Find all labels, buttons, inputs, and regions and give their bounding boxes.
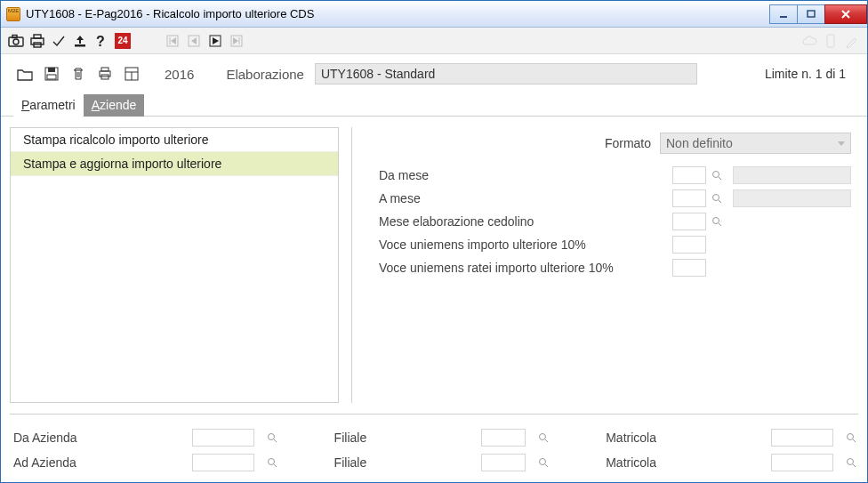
formato-label: Formato [605, 136, 651, 150]
svg-marker-18 [213, 37, 219, 44]
svg-line-49 [545, 464, 548, 467]
form-panel: Formato Non definito Da mese A mese [351, 127, 858, 403]
voce-uni-label: Voce uniemens importo ulteriore 10% [379, 237, 672, 252]
voce-uni-input[interactable] [672, 236, 706, 254]
svg-rect-8 [34, 35, 41, 38]
filiale2-label: Filiale [334, 455, 475, 470]
svg-marker-20 [233, 37, 238, 44]
camera-icon[interactable] [8, 33, 24, 49]
svg-line-45 [853, 439, 856, 442]
voce-uni-ratei-label: Voce uniemens ratei importo ulteriore 10… [379, 261, 672, 275]
window-title: UTY1608 - E-Pag2016 - Ricalcolo importo … [26, 7, 770, 20]
matricola2-label: Matricola [606, 455, 764, 470]
tab-parametri[interactable]: Parametri [13, 94, 84, 117]
svg-line-51 [853, 464, 856, 467]
svg-point-36 [713, 195, 719, 201]
filiale1-input[interactable] [481, 429, 526, 447]
svg-line-37 [719, 200, 721, 203]
svg-line-41 [274, 439, 277, 442]
svg-point-44 [848, 434, 854, 440]
formato-row: Formato Non definito [379, 133, 851, 154]
folder-open-icon[interactable] [17, 66, 33, 82]
tab-bar: Parametri Aziende [1, 92, 867, 117]
svg-line-39 [719, 223, 721, 226]
da-azienda-label: Da Azienda [13, 431, 185, 445]
cloud-icon [801, 33, 817, 49]
tab-aziende[interactable]: Aziende [84, 94, 145, 117]
svg-point-38 [713, 218, 719, 224]
list-panel: Stampa ricalcolo importo ulteriore Stamp… [10, 127, 339, 403]
option-list: Stampa ricalcolo importo ulteriore Stamp… [10, 127, 339, 403]
list-item[interactable]: Stampa e aggiorna importo ulteriore [11, 152, 338, 176]
close-button[interactable] [824, 4, 867, 24]
search-icon[interactable] [710, 191, 724, 205]
svg-line-47 [274, 464, 277, 467]
check-icon[interactable] [51, 33, 67, 49]
elaborazione-label: Elaborazione [226, 67, 304, 82]
svg-line-43 [545, 439, 548, 442]
trash-icon[interactable] [70, 66, 86, 82]
chevron-down-icon [838, 141, 845, 146]
voce-uni-ratei-input[interactable] [672, 259, 706, 277]
a-mese-input[interactable] [672, 189, 706, 207]
search-icon[interactable] [265, 431, 279, 445]
elaborazione-field[interactable]: UTY1608 - Standard [315, 63, 697, 85]
filiale2-input[interactable] [481, 454, 526, 471]
matricola1-input[interactable] [771, 429, 833, 447]
da-azienda-input[interactable] [192, 429, 254, 447]
a-mese-row: A mese [379, 189, 851, 207]
mese-elab-input[interactable] [672, 213, 706, 230]
matricola2-input[interactable] [771, 454, 833, 471]
nav-last-icon[interactable] [229, 33, 245, 49]
search-icon[interactable] [536, 455, 551, 470]
app-window: UTY1608 - E-Pag2016 - Ricalcolo importo … [0, 0, 868, 483]
list-item[interactable]: Stampa ricalcolo importo ulteriore [11, 128, 338, 152]
ad-azienda-label: Ad Azienda [13, 455, 185, 470]
svg-text:?: ? [96, 34, 105, 48]
body-panel: Stampa ricalcolo importo ulteriore Stamp… [1, 117, 867, 482]
help-icon[interactable]: ? [93, 33, 109, 49]
svg-point-42 [540, 434, 546, 440]
device-icon [823, 33, 839, 49]
da-mese-display [733, 166, 851, 184]
nav-play-icon[interactable] [207, 33, 223, 49]
search-icon[interactable] [710, 214, 724, 229]
window-controls [770, 4, 867, 24]
svg-marker-14 [171, 37, 176, 44]
svg-point-46 [268, 459, 274, 465]
print-icon[interactable] [29, 33, 45, 49]
svg-rect-25 [47, 75, 56, 79]
layout-icon[interactable] [124, 66, 140, 82]
search-icon[interactable] [536, 431, 551, 445]
search-icon[interactable] [844, 455, 858, 470]
minimize-button[interactable] [769, 4, 798, 24]
search-icon[interactable] [844, 431, 858, 445]
pencil-icon [844, 33, 860, 49]
year-label: 2016 [165, 67, 194, 82]
svg-point-40 [268, 434, 274, 440]
upload-icon[interactable] [72, 33, 88, 49]
formato-value: Non definito [666, 136, 733, 150]
svg-rect-7 [31, 38, 44, 44]
nav-prev-icon[interactable] [186, 33, 202, 49]
main-toolbar: ? 24 [1, 28, 867, 54]
formato-select[interactable]: Non definito [660, 133, 851, 154]
toolbar-group-right [801, 33, 860, 49]
search-icon[interactable] [710, 168, 724, 182]
badge-24-icon[interactable]: 24 [115, 33, 131, 49]
search-icon[interactable] [265, 455, 279, 470]
svg-rect-10 [75, 44, 85, 47]
svg-point-48 [540, 459, 546, 465]
mese-elab-label: Mese elaborazione cedolino [379, 214, 672, 229]
nav-first-icon[interactable] [165, 33, 181, 49]
maximize-button[interactable] [797, 4, 825, 24]
maximize-icon [806, 9, 816, 20]
da-mese-input[interactable] [672, 166, 706, 184]
save-icon[interactable] [44, 66, 60, 82]
a-mese-display [733, 189, 851, 207]
toolbar-group-nav [165, 33, 245, 49]
voce-uni-ratei-row: Voce uniemens ratei importo ulteriore 10… [379, 259, 851, 277]
print2-icon[interactable] [97, 66, 113, 82]
close-icon [840, 9, 852, 20]
ad-azienda-input[interactable] [192, 454, 254, 471]
